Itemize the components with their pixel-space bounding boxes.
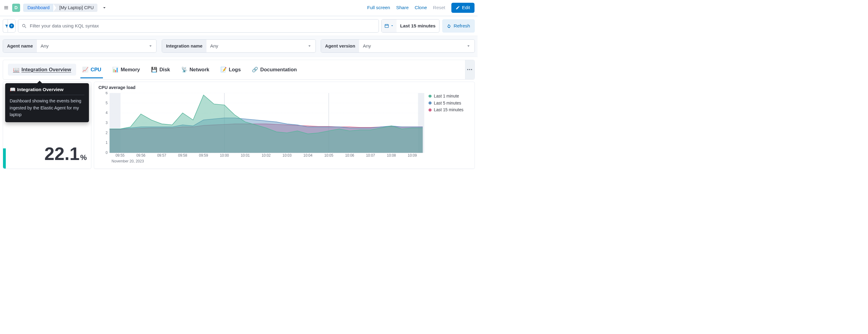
chart-title: CPU average load (98, 85, 425, 90)
svg-text:10:06: 10:06 (345, 153, 354, 157)
legend-swatch (429, 95, 432, 98)
legend-label: Last 15 minutes (434, 108, 464, 112)
clone-button[interactable]: Clone (415, 5, 427, 10)
metric-suffix: % (80, 153, 87, 162)
tab-label: Logs (229, 67, 241, 72)
date-range-label[interactable]: Last 15 minutes (397, 20, 439, 32)
query-input-wrap[interactable] (18, 19, 378, 33)
svg-text:10:04: 10:04 (304, 153, 313, 157)
menu-toggle[interactable] (2, 4, 10, 11)
legend-item[interactable]: Last 5 minutes (429, 101, 470, 105)
svg-text:09:58: 09:58 (178, 153, 187, 157)
full-screen-button[interactable]: Full screen (367, 5, 390, 10)
tab-documentation[interactable]: 🔗 Documentation (247, 64, 302, 75)
tab-label: Integration Overview (21, 67, 71, 72)
edit-button[interactable]: Edit (452, 3, 474, 13)
breadcrumb: Dashboard [My Laptop] CPU (23, 4, 97, 11)
tab-memory[interactable]: 📊 Memory (107, 64, 145, 75)
svg-rect-2 (385, 24, 389, 27)
tab-cpu[interactable]: 📈 CPU (77, 64, 106, 75)
chevron-down-icon (466, 44, 470, 48)
legend-swatch (429, 109, 432, 112)
filter-value: Any (210, 43, 218, 49)
filter-agent-version[interactable]: Agent version Any (321, 39, 475, 53)
svg-text:09:59: 09:59 (199, 153, 208, 157)
filter-label: Agent name (3, 40, 37, 53)
svg-text:6: 6 (106, 92, 108, 95)
chart-x-subtitle: November 20, 2023 (112, 159, 425, 163)
legend-label: Last 1 minute (434, 94, 459, 98)
tab-integration-overview[interactable]: 📖 Integration Overview (8, 64, 76, 75)
refresh-icon (447, 24, 451, 28)
search-icon (22, 24, 27, 29)
filter-label: Integration name (162, 40, 207, 53)
metric-number: 22.1 (44, 143, 80, 164)
metric-value: 22.1 % (44, 143, 87, 164)
query-input[interactable] (30, 23, 375, 29)
chart-plot[interactable]: 012345609:5509:5609:5709:5809:5910:0010:… (102, 92, 424, 158)
legend-swatch (429, 101, 432, 104)
space-avatar[interactable]: D (12, 4, 20, 11)
svg-text:10:02: 10:02 (261, 153, 271, 157)
tab-label: Disk (159, 67, 170, 72)
plus-icon: + (9, 24, 14, 28)
filter-value: Any (363, 43, 371, 49)
tab-label: Network (189, 67, 209, 72)
dashboard-tabs: 📖 Integration Overview 📈 CPU 📊 Memory 💾 … (3, 60, 465, 79)
filter-agent-name[interactable]: Agent name Any (3, 39, 157, 53)
calendar-icon (384, 24, 389, 28)
bar-chart-icon: 📊 (113, 67, 119, 72)
chevron-down-icon (307, 44, 312, 48)
chart-panel[interactable]: CPU average load 012345609:5509:5609:570… (94, 82, 475, 169)
tab-label: CPU (91, 67, 101, 72)
svg-text:10:08: 10:08 (387, 153, 396, 157)
svg-point-0 (23, 24, 25, 27)
filter-integration-name[interactable]: Integration name Any (162, 39, 316, 53)
svg-line-1 (25, 27, 26, 28)
filter-label: Agent version (321, 40, 359, 53)
chevron-down-icon (102, 5, 106, 10)
svg-text:10:07: 10:07 (366, 153, 375, 157)
chevron-down-icon (391, 24, 394, 27)
chevron-down-icon (148, 44, 153, 48)
legend-item[interactable]: Last 1 minute (429, 94, 470, 98)
tab-network[interactable]: 📡 Network (176, 64, 214, 75)
tab-label: Memory (121, 67, 140, 72)
svg-text:10:09: 10:09 (408, 153, 417, 157)
date-picker[interactable]: Last 15 minutes (381, 19, 439, 33)
legend-label: Last 5 minutes (434, 101, 461, 105)
edit-button-label: Edit (462, 5, 470, 10)
notes-icon: 📝 (220, 67, 227, 72)
breadcrumb-current: [My Laptop] CPU (53, 4, 97, 11)
svg-text:10:01: 10:01 (241, 153, 250, 157)
refresh-button[interactable]: Refresh (442, 19, 475, 33)
breadcrumb-dropdown[interactable] (102, 5, 106, 10)
reset-button[interactable]: Reset (433, 5, 445, 10)
legend-item[interactable]: Last 15 minutes (429, 108, 470, 112)
svg-text:10:03: 10:03 (283, 153, 292, 157)
pencil-icon (456, 5, 460, 10)
svg-text:09:56: 09:56 (136, 153, 146, 157)
share-button[interactable]: Share (396, 5, 409, 10)
date-quick-menu[interactable] (382, 20, 396, 32)
tab-tooltip: 📖 Integration Overview Dashboard showing… (5, 83, 89, 122)
tab-label: Documentation (260, 67, 297, 72)
add-filter-button[interactable]: + (8, 19, 15, 33)
refresh-label: Refresh (454, 23, 470, 29)
metric-panel[interactable]: 📖 Integration Overview Dashboard showing… (3, 82, 92, 169)
floppy-icon: 💾 (151, 67, 157, 72)
book-icon: 📖 (10, 87, 16, 92)
network-icon: 📡 (181, 67, 188, 72)
book-icon: 📖 (13, 67, 20, 72)
panel-options[interactable]: ••• (465, 60, 474, 79)
svg-text:09:55: 09:55 (116, 153, 125, 157)
svg-text:5: 5 (106, 101, 108, 105)
tooltip-body: Dashboard showing the events being inges… (10, 97, 85, 118)
tab-disk[interactable]: 💾 Disk (146, 64, 175, 75)
svg-text:09:57: 09:57 (157, 153, 166, 157)
chart-legend: Last 1 minute Last 5 minutes Last 15 min… (425, 84, 471, 163)
breadcrumb-root[interactable]: Dashboard (23, 4, 53, 11)
tooltip-title: Integration Overview (17, 87, 63, 92)
svg-text:3: 3 (106, 121, 108, 125)
tab-logs[interactable]: 📝 Logs (215, 64, 246, 75)
